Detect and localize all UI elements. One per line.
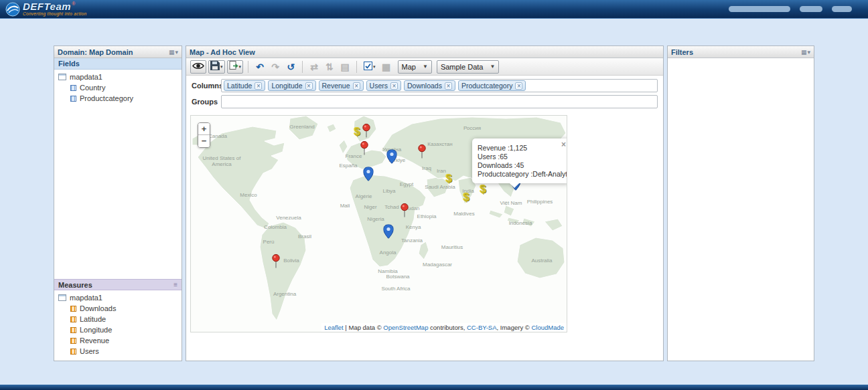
column-tag-label: Users [370,82,388,90]
dollar-marker[interactable]: $ [463,191,469,204]
red-pin-marker[interactable] [418,144,427,162]
domain-panel-menu-icon[interactable]: ▦▾ [169,49,178,56]
column-tag[interactable]: Revenue× [319,80,364,91]
chevron-down-icon: ▾ [239,64,242,70]
input-controls-button[interactable]: ▾ [362,60,378,74]
measure-item[interactable]: Downloads [54,303,182,314]
sort-icon: ⇅ [326,62,334,72]
attribution-link[interactable]: OpenStreetMap [383,324,428,331]
red-pin-marker[interactable] [360,141,369,159]
remove-tag-icon[interactable]: × [305,82,313,90]
measure-icon [70,306,76,312]
redo-icon: ↷ [271,62,279,72]
filters-panel-menu-icon[interactable]: ▦▾ [801,49,810,56]
dollar-marker[interactable]: $ [480,183,486,196]
layout-band: Columns Latitude×Longitude×Revenue×Users… [186,76,663,111]
dollar-icon: $ [480,183,486,195]
field-icon [70,85,76,91]
field-item[interactable]: Country [54,82,182,93]
chart-type-select[interactable]: Map ▼ [398,60,432,74]
column-tag[interactable]: Downloads× [404,80,455,91]
tooltip-lines: Revenue :1,125Users :65Downloads :45Prod… [478,144,563,179]
fields-section-title: Fields [58,60,80,68]
attribution-link[interactable]: CC-BY-SA [467,324,497,331]
top-bar: DEFTeam ® Converting thought into action [0,0,868,19]
workspace: Domain: Map Domain ▦▾ Fields mapdata1Cou… [0,19,868,385]
sort-button: ⇅ [323,60,336,74]
columns-box[interactable]: Latitude×Longitude×Revenue×Users×Downloa… [221,79,658,92]
column-tag[interactable]: Longitude× [268,80,315,91]
measures-section-header: Measures ≡ [54,279,182,290]
page-options-button: ▤ [338,60,352,74]
attribution-text: | Map data © [344,324,384,331]
attribution-link[interactable]: CloudMade [531,324,564,331]
attribution-text: , Imagery © [497,324,532,331]
measure-item[interactable]: Latitude [54,314,182,324]
table-icon [58,74,66,80]
brand-swirl-icon [5,2,20,17]
canvas-options-button: ▦ [380,60,393,74]
measure-icon [70,327,76,333]
field-item[interactable]: Productcategory [54,93,182,104]
nav-pill-2[interactable] [800,6,822,12]
domain-panel: Domain: Map Domain ▦▾ Fields mapdata1Cou… [54,45,182,361]
canvas-options-icon: ▦ [382,62,390,72]
measure-item[interactable]: Revenue [54,335,182,346]
attribution-link[interactable]: Leaflet [324,324,344,331]
export-button[interactable]: ▾ [227,60,244,74]
measure-root[interactable]: mapdata1 [54,292,182,303]
filters-panel-header: Filters ▦▾ [668,46,814,58]
blue-pin-marker[interactable] [387,150,397,167]
column-tag[interactable]: Productcategory× [458,80,526,91]
attribution-text: contributors, [428,324,467,331]
chevron-down-icon: ▼ [490,64,495,70]
column-tag[interactable]: Users× [366,80,401,91]
measure-item[interactable]: Users [54,346,182,357]
measure-item[interactable]: Longitude [54,324,182,335]
field-root[interactable]: mapdata1 [54,72,182,82]
nav-pill-1[interactable] [729,6,790,12]
dollar-marker[interactable]: $ [445,172,451,185]
tree-label: mapdata1 [70,294,102,302]
map-canvas[interactable]: GreenlandCanadaUnited States of AmericaM… [190,115,567,332]
tooltip-line: Productcategory :Deft-Analytics [478,170,563,179]
export-icon [229,61,238,73]
zoom-in-button[interactable]: + [198,123,210,135]
red-pin-marker[interactable] [401,203,409,221]
page-options-icon: ▤ [340,62,349,72]
brand-tagline: Converting thought into action [23,12,86,17]
tooltip-close-icon[interactable]: × [561,140,566,149]
domain-panel-title: Domain: Map Domain [58,48,133,56]
column-tag-label: Longitude [271,82,302,90]
remove-tag-icon[interactable]: × [515,82,522,90]
remove-tag-icon[interactable]: × [353,82,360,90]
undo-button[interactable]: ↶ [253,60,267,74]
switch-group-icon: ⇄ [310,62,318,72]
columns-row: Columns Latitude×Longitude×Revenue×Users… [186,78,663,94]
chevron-down-icon: ▾ [373,64,376,70]
blue-pin-marker[interactable] [364,167,374,184]
measures-handle-icon[interactable]: ≡ [173,281,177,288]
remove-tag-icon[interactable]: × [445,82,452,90]
domain-panel-header: Domain: Map Domain ▦▾ [54,46,182,58]
dollar-icon: $ [463,191,469,203]
undo-all-button[interactable]: ↺ [284,60,297,74]
nav-pill-3[interactable] [832,6,852,12]
zoom-out-button[interactable]: − [198,135,210,147]
preview-button[interactable] [190,60,206,74]
undo-icon: ↶ [256,62,264,72]
column-tag[interactable]: Latitude× [224,80,265,91]
remove-tag-icon[interactable]: × [255,82,262,90]
dollar-marker[interactable]: $ [354,125,360,138]
field-icon [70,96,76,102]
adhoc-panel-title: Map - Ad Hoc View [190,48,255,56]
groups-box[interactable] [221,95,658,108]
blue-pin-marker[interactable] [384,225,394,241]
zoom-control: + − [198,122,210,148]
save-button[interactable]: ▾ [208,60,225,74]
data-mode-select[interactable]: Sample Data ▼ [437,60,500,74]
red-pin-marker[interactable] [362,124,371,141]
remove-tag-icon[interactable]: × [390,82,398,90]
red-pin-marker[interactable] [272,254,281,272]
tree-label: Users [80,347,99,355]
